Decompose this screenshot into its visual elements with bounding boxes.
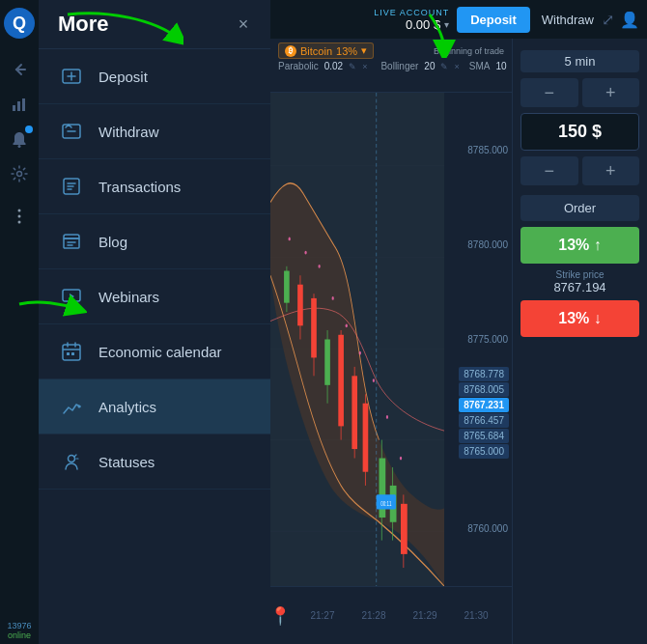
- eye-icon-2[interactable]: ×: [454, 62, 459, 71]
- deposit-button[interactable]: Deposit: [457, 7, 530, 33]
- svg-point-4: [17, 172, 22, 177]
- asset-pct: 13%: [336, 45, 357, 57]
- price-8760: 8760.000: [448, 523, 508, 534]
- svg-point-6: [18, 215, 21, 218]
- user-id: 13976: [4, 621, 35, 630]
- webinars-label: Webinars: [98, 289, 159, 305]
- more-panel: More × Deposit Withdraw Transactions Blo…: [39, 0, 270, 644]
- menu-item-webinars[interactable]: Webinars: [39, 269, 270, 324]
- svg-rect-38: [363, 404, 369, 472]
- user-icon[interactable]: 👤: [620, 11, 639, 29]
- chart-toolbar-row-2: Parabolic 0.02 ✎ × Bollinger 20 ✎ × SMA …: [278, 61, 504, 71]
- ticker-1: 8768.005: [459, 382, 509, 397]
- svg-rect-2: [22, 98, 25, 111]
- strike-label: Strike price: [520, 269, 639, 280]
- statuses-label: Statuses: [98, 454, 155, 470]
- time-21-27: 21:27: [310, 610, 334, 621]
- bollinger-value: 20: [424, 61, 435, 71]
- close-button[interactable]: ×: [232, 13, 255, 36]
- svg-point-52: [359, 351, 361, 355]
- bollinger-label: Bollinger: [380, 61, 418, 71]
- svg-rect-36: [352, 376, 357, 449]
- menu-item-analytics[interactable]: Analytics: [39, 379, 270, 434]
- blog-label: Blog: [98, 234, 127, 250]
- asset-badge[interactable]: ₿ Bitcoin 13% ▾: [278, 42, 374, 59]
- menu-item-withdraw[interactable]: Withdraw: [39, 104, 270, 159]
- statuses-icon: [58, 448, 85, 475]
- account-section: LIVE ACCOUNT 0.00 $ ▾: [374, 8, 449, 32]
- online-status: online: [4, 630, 35, 640]
- order-button[interactable]: Order: [520, 195, 639, 221]
- menu-item-economic-calendar[interactable]: Economic calendar: [39, 324, 270, 379]
- eye-icon-1[interactable]: ×: [362, 62, 367, 71]
- minus-row-bottom: − +: [520, 156, 639, 185]
- time-21-28: 21:28: [361, 610, 385, 621]
- up-button[interactable]: 13% ↑: [520, 227, 639, 264]
- asset-name: Bitcoin: [300, 45, 332, 57]
- svg-point-55: [400, 457, 402, 461]
- chart-toolbar-row-1: ₿ Bitcoin 13% ▾ Beginning of trade: [278, 42, 504, 59]
- price-tickers: 8768.778 8768.005 8767.231 8766.457 8765…: [459, 367, 509, 459]
- back-icon[interactable]: [4, 54, 35, 85]
- time-axis: 21:27 21:28 21:29 21:30 21:31: [310, 610, 539, 621]
- minus-button-top[interactable]: −: [520, 78, 578, 107]
- sidebar: Q 13976 online: [0, 0, 39, 644]
- strike-value: 8767.194: [520, 280, 639, 294]
- logo[interactable]: Q: [4, 8, 35, 39]
- analytics-icon: [58, 393, 85, 420]
- expand-icon[interactable]: ⤢: [602, 11, 614, 29]
- btc-icon: ₿: [285, 45, 296, 57]
- edit-icon-2[interactable]: ✎: [440, 62, 448, 71]
- plus-button-top[interactable]: +: [582, 78, 640, 107]
- calendar-icon: [58, 338, 85, 365]
- ticker-5: 8765.000: [459, 444, 509, 459]
- asset-chevron: ▾: [361, 44, 367, 57]
- indicator-icon[interactable]: 📍: [269, 605, 291, 627]
- chart-icon[interactable]: [4, 89, 35, 120]
- menu-item-statuses[interactable]: Statuses: [39, 434, 270, 490]
- price-8785: 8785.000: [448, 145, 508, 155]
- svg-point-50: [332, 296, 334, 300]
- svg-rect-14: [67, 352, 70, 355]
- transactions-label: Transactions: [98, 179, 181, 195]
- top-bar: LIVE ACCOUNT 0.00 $ ▾ Deposit Withdraw ⤢…: [270, 0, 647, 39]
- svg-point-16: [78, 406, 81, 408]
- time-button[interactable]: 5 min: [520, 50, 639, 72]
- svg-rect-32: [324, 340, 330, 385]
- withdraw-button[interactable]: Withdraw: [534, 7, 602, 33]
- chart-svg: 00:11: [270, 93, 444, 586]
- withdraw-label: Withdraw: [98, 124, 159, 140]
- minus-button-bottom[interactable]: −: [520, 156, 578, 185]
- down-button[interactable]: 13% ↓: [520, 300, 639, 337]
- svg-rect-13: [63, 345, 80, 360]
- menu-item-blog[interactable]: Blog: [39, 214, 270, 269]
- price-8780: 8780.000: [448, 239, 508, 250]
- svg-point-53: [373, 378, 375, 382]
- notification-badge: [25, 126, 33, 133]
- settings-icon[interactable]: [4, 158, 35, 189]
- notification-icon[interactable]: [4, 124, 35, 154]
- svg-rect-26: [284, 271, 290, 303]
- svg-rect-1: [17, 101, 20, 111]
- chart-area: ₿ Bitcoin 13% ▾ Beginning of trade Parab…: [270, 39, 512, 586]
- menu-item-transactions[interactable]: Transactions: [39, 159, 270, 214]
- chevron-down-icon[interactable]: ▾: [444, 19, 449, 30]
- ticker-0: 8768.778: [459, 367, 509, 381]
- analytics-label: Analytics: [98, 399, 156, 415]
- parabolic-value: 0.02: [324, 61, 343, 71]
- webinars-icon: [58, 283, 85, 310]
- sma-value: 10: [495, 61, 506, 71]
- svg-point-47: [289, 238, 291, 241]
- plus-button-bottom[interactable]: +: [582, 156, 640, 185]
- svg-point-54: [386, 415, 388, 419]
- svg-rect-11: [64, 238, 79, 248]
- price-levels: 8785.000 8780.000 8775.000 8770.000 8760…: [444, 93, 512, 586]
- menu-item-deposit[interactable]: Deposit: [39, 49, 270, 104]
- more-dots-icon[interactable]: [4, 201, 35, 232]
- account-balance: 0.00 $ ▾: [406, 17, 449, 32]
- balance-value: 0.00 $: [406, 17, 440, 32]
- svg-point-48: [304, 251, 306, 255]
- svg-rect-34: [338, 335, 344, 427]
- edit-icon-1[interactable]: ✎: [349, 62, 356, 71]
- time-21-29: 21:29: [412, 610, 436, 621]
